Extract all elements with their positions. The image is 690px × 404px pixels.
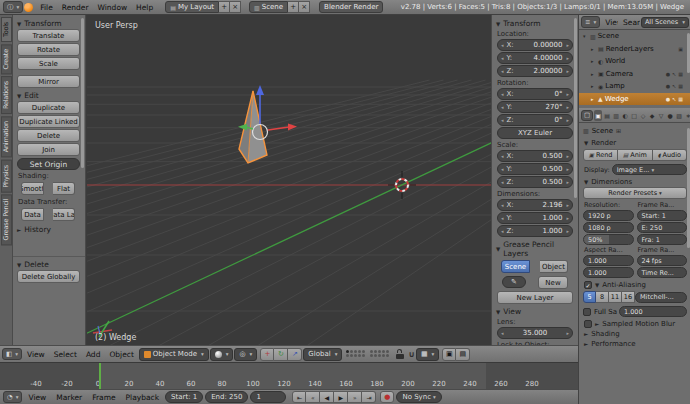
- decrement-arrow-icon[interactable]: ◂: [500, 166, 505, 172]
- decrement-arrow-icon[interactable]: ◂: [500, 55, 505, 61]
- rotate-button[interactable]: Rotate: [17, 43, 80, 56]
- toolshelf-scrollbar[interactable]: [81, 18, 84, 168]
- anti-aliasing-checkbox[interactable]: ✓: [584, 281, 592, 289]
- sampled-motion-blur-header[interactable]: ►Sampled Motion Blur: [584, 320, 687, 328]
- increment-arrow-icon[interactable]: ▸: [565, 330, 570, 336]
- mode-dropdown[interactable]: Object Mode ▾: [139, 348, 209, 361]
- viewport-shading-dropdown[interactable]: ▾: [210, 348, 234, 361]
- toolshelf-tab-physics[interactable]: Physics: [1, 160, 12, 193]
- previous-keyframe-button[interactable]: «: [306, 391, 320, 403]
- editor-type-outliner-icon[interactable]: ≡▾: [581, 16, 600, 28]
- render-audio-button[interactable]: ◖Audio: [653, 149, 687, 161]
- gp-source-scene-button[interactable]: Scene: [501, 260, 530, 273]
- render-engine-dropdown[interactable]: Blender Render: [319, 1, 383, 13]
- properties-tab-render-layers-icon[interactable]: ▤: [603, 110, 611, 121]
- timeline-menu-frame[interactable]: Frame: [88, 393, 119, 402]
- editor-type-timeline-icon[interactable]: ◔▾: [3, 391, 22, 403]
- increment-arrow-icon[interactable]: ▸: [565, 91, 570, 97]
- current-frame-field[interactable]: 1: [250, 391, 286, 403]
- expand-icon[interactable]: ▸: [591, 46, 596, 52]
- render-panel-header[interactable]: ▼Render: [584, 139, 687, 147]
- properties-tab-render-icon[interactable]: ▣: [594, 110, 602, 121]
- motion-blur-checkbox[interactable]: [584, 320, 592, 328]
- decrement-arrow-icon[interactable]: ◂: [500, 153, 505, 159]
- properties-tab-data-icon[interactable]: ▽: [657, 110, 665, 121]
- render-toggle-icon[interactable]: ▦: [678, 71, 683, 77]
- rotation-mode-dropdown[interactable]: XYZ Euler: [497, 127, 573, 139]
- properties-tab-texture-icon[interactable]: ▨: [675, 110, 683, 121]
- toolshelf-tab-tools[interactable]: Tools: [1, 17, 12, 42]
- toolshelf-tab-relations[interactable]: Relations: [1, 76, 12, 114]
- increment-arrow-icon[interactable]: ▸: [565, 117, 570, 123]
- viewport-menu-object[interactable]: Object: [105, 350, 137, 359]
- end-frame-field[interactable]: End: 250: [205, 391, 248, 403]
- increment-arrow-icon[interactable]: ▸: [565, 179, 570, 185]
- aspect-y-field[interactable]: 1.000: [583, 267, 634, 278]
- history-panel-header[interactable]: ►History: [17, 225, 83, 234]
- layer-buttons-group-2[interactable]: [370, 350, 390, 358]
- view-panel-header[interactable]: ▼View: [496, 307, 576, 316]
- scale-x-field[interactable]: ◂X:0.500▸: [497, 150, 573, 162]
- visibility-eye-icon[interactable]: ●: [666, 83, 670, 89]
- properties-tab-modifiers-icon[interactable]: ◆: [648, 110, 656, 121]
- mirror-button[interactable]: Mirror: [17, 75, 80, 88]
- manipulator-scale-button[interactable]: ↗: [288, 348, 302, 361]
- outliner-item-renderlayers[interactable]: ▸ ▤ RenderLayers ▣: [579, 43, 690, 56]
- duplicate-linked-button[interactable]: Duplicate Linked: [17, 115, 80, 128]
- sync-dropdown[interactable]: No Sync▾: [396, 391, 441, 403]
- increment-arrow-icon[interactable]: ▸: [565, 215, 570, 221]
- rotation-x-field[interactable]: ◂X:0°▸: [497, 88, 573, 100]
- lens-field[interactable]: ◂35.000▸: [497, 327, 573, 339]
- expand-icon[interactable]: ▸: [591, 71, 596, 77]
- aa-filter-dropdown[interactable]: Mitchell-...: [635, 292, 687, 303]
- add-layout-button[interactable]: +: [219, 1, 230, 13]
- manipulator-rotate-button[interactable]: ↻: [274, 348, 288, 361]
- decrement-arrow-icon[interactable]: ◂: [500, 179, 505, 185]
- gp-source-object-button[interactable]: Object: [540, 260, 568, 273]
- viewport-menu-view[interactable]: View: [23, 350, 49, 359]
- menu-help[interactable]: Help: [132, 3, 157, 12]
- outliner-item-lamp[interactable]: ▸ ◉ Lamp ●↖▦: [579, 80, 690, 93]
- outliner-item-wedge[interactable]: ▸ ▲ Wedge ●↖▦: [579, 93, 690, 106]
- scale-z-field[interactable]: ◂Z:0.500▸: [497, 176, 573, 188]
- play-button[interactable]: ▶: [334, 391, 348, 403]
- properties-tab-world-icon[interactable]: ◐: [621, 110, 629, 121]
- properties-tab-material-icon[interactable]: ●: [666, 110, 674, 121]
- editor-type-properties-icon[interactable]: ▢: [581, 110, 593, 121]
- filter-size-field[interactable]: 1.000: [619, 306, 687, 317]
- frame-current-field[interactable]: Fra: 1: [637, 234, 688, 245]
- properties-tab-object-icon[interactable]: □: [630, 110, 638, 121]
- transform-panel-header[interactable]: ▼Transform: [17, 19, 83, 28]
- decrement-arrow-icon[interactable]: ◂: [500, 228, 505, 234]
- delete-panel-header[interactable]: ▼Delete: [17, 260, 83, 269]
- grease-pencil-layers-header[interactable]: ▼Grease Pencil Layers: [496, 240, 576, 258]
- gp-new-layer-button[interactable]: New Layer: [497, 291, 573, 304]
- increment-arrow-icon[interactable]: ▸: [565, 153, 570, 159]
- transfer-data-layout-button[interactable]: Data Lay: [53, 208, 75, 221]
- outliner-item-camera[interactable]: ▸ ▣ Camera ●↖▦: [579, 68, 690, 81]
- edit-panel-header[interactable]: ▼Edit: [17, 91, 83, 100]
- location-z-field[interactable]: ◂Z:2.00000▸: [497, 65, 573, 77]
- layer-buttons-group-1[interactable]: [346, 350, 366, 358]
- expand-icon[interactable]: ▸: [591, 83, 596, 89]
- timeline-menu-marker[interactable]: Marker: [52, 393, 86, 402]
- selectability-icon[interactable]: ↖: [672, 71, 676, 77]
- snap-magnet-icon[interactable]: ∪: [408, 350, 415, 359]
- duplicate-button[interactable]: Duplicate: [17, 101, 80, 114]
- properties-tab-particles-icon[interactable]: ∗: [684, 110, 690, 121]
- resolution-x-field[interactable]: 1920 p: [583, 210, 634, 221]
- render-toggle-icon[interactable]: ▦: [678, 96, 683, 102]
- gizmo-y-arrowhead[interactable]: [238, 124, 247, 131]
- properties-tab-constraints-icon[interactable]: ◇: [639, 110, 647, 121]
- increment-arrow-icon[interactable]: ▸: [565, 68, 570, 74]
- outliner-menu-view[interactable]: View: [601, 18, 618, 27]
- delete-layout-button[interactable]: ×: [230, 1, 241, 13]
- start-frame-field[interactable]: Start: 1: [165, 391, 203, 403]
- editor-type-info-icon[interactable]: ⓘ▾: [3, 1, 23, 13]
- decrement-arrow-icon[interactable]: ◂: [500, 330, 505, 336]
- menu-window[interactable]: Window: [94, 3, 132, 12]
- lock-icon[interactable]: [395, 349, 404, 359]
- render-toggle-icon[interactable]: ▦: [678, 83, 683, 89]
- toolshelf-tab-grease-pencil[interactable]: Grease Pencil: [1, 194, 12, 245]
- screen-layout-selector[interactable]: ▤ My Layout: [165, 1, 219, 13]
